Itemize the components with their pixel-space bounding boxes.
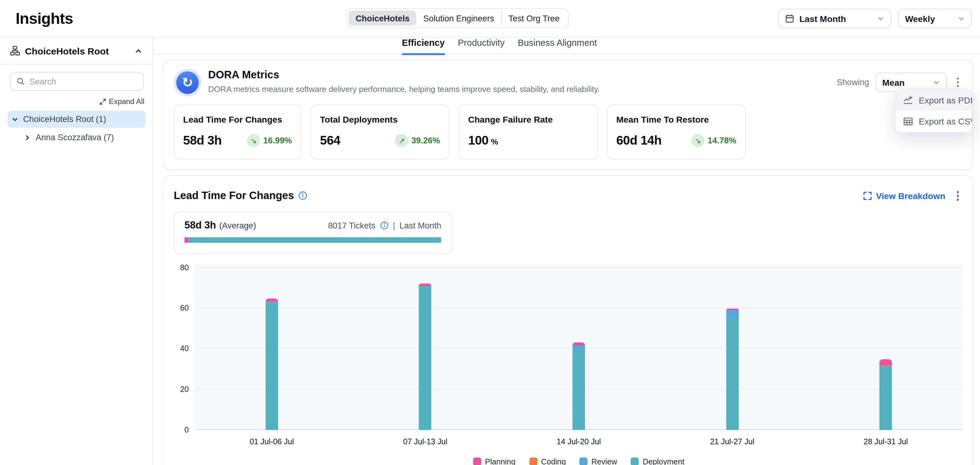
bar-segment-planning: [419, 283, 431, 286]
granularity-select[interactable]: Weekly: [898, 9, 972, 28]
search-icon: [16, 77, 25, 86]
tab-efficiency[interactable]: Efficiency: [402, 37, 445, 54]
bar-segment-review: [726, 310, 738, 317]
y-axis-tick: 20: [180, 385, 189, 393]
trend-delta: 14.78%: [708, 136, 737, 145]
summary-period: Last Month: [399, 221, 441, 230]
page-title: Insights: [16, 9, 73, 27]
phase-segment-deployment: [194, 237, 441, 243]
summary-meta: 8017 Tickets | Last Month: [328, 221, 441, 230]
bar-segment-review: [573, 346, 585, 349]
search-input[interactable]: [29, 77, 138, 86]
tab-row: EfficiencyProductivityBusiness Alignment: [153, 37, 980, 54]
phase-segment-review: [189, 237, 194, 243]
info-icon[interactable]: [380, 221, 388, 230]
lead-time-header: Lead Time For Changes: [174, 189, 963, 203]
legend-label: Coding: [541, 457, 566, 465]
stacked-bar[interactable]: [726, 308, 738, 430]
tab-business-alignment[interactable]: Business Alignment: [518, 37, 597, 54]
bar-segment-deployment: [266, 303, 278, 430]
chevron-down-icon: [958, 15, 965, 22]
summary-top-row: 58d 3h (Average) 8017 Tickets | Last Mon…: [184, 219, 441, 231]
metric-card-value: 58d 3h: [183, 133, 221, 148]
tree-node[interactable]: ChoiceHotels Root (1): [8, 111, 146, 128]
legend-item-deployment: Deployment: [631, 457, 684, 465]
dora-kebab-menu-button[interactable]: [953, 75, 963, 90]
chart-x-labels: 01 Jul-06 Jul07 Jul-13 Jul14 Jul-20 Jul2…: [195, 437, 963, 446]
y-axis-tick: 0: [184, 425, 189, 434]
lead-time-actions: View Breakdown: [864, 189, 963, 203]
legend-swatch: [473, 457, 481, 465]
stacked-bar[interactable]: [266, 299, 278, 430]
info-icon[interactable]: [298, 191, 308, 200]
stacked-bar[interactable]: [880, 359, 892, 430]
summary-tickets: 8017 Tickets: [328, 221, 375, 230]
sidebar-root-label: ChoiceHotels Root: [25, 45, 109, 56]
bar-segment-deployment: [880, 366, 892, 430]
period-select-value: Last Month: [799, 13, 846, 23]
view-breakdown-label: View Breakdown: [876, 191, 945, 201]
chevron-down-icon: [877, 15, 884, 22]
dora-header: ↻ DORA Metrics DORA metrics measure soft…: [174, 67, 963, 96]
gridline: [195, 307, 963, 308]
menu-item-export-as-pdf[interactable]: Export as PDF: [896, 89, 972, 111]
org-tab-solution-engineers[interactable]: Solution Engineers: [417, 11, 501, 26]
stacked-bar[interactable]: [573, 343, 585, 430]
x-axis-label: 14 Jul-20 Jul: [502, 437, 656, 446]
expand-all-button[interactable]: Expand All: [100, 97, 144, 105]
chart-plot-area: [195, 264, 963, 430]
segment-separator: [501, 11, 502, 25]
metric-value-row: 564↗39.26%: [320, 133, 440, 148]
table-icon: [903, 117, 913, 126]
app-root: Insights ChoiceHotelsSolution EngineersT…: [0, 0, 980, 465]
legend-label: Planning: [485, 457, 515, 465]
org-tree: ChoiceHotels Root (1)Anna Scozzafava (7): [0, 111, 153, 146]
org-tab-test-org-tree[interactable]: Test Org Tree: [502, 11, 567, 26]
org-tab-choicehotels[interactable]: ChoiceHotels: [349, 11, 417, 26]
org-segmented-control: ChoiceHotelsSolution EngineersTest Org T…: [346, 8, 569, 28]
tab-productivity[interactable]: Productivity: [458, 37, 505, 54]
lead-time-kebab-menu-button[interactable]: [953, 189, 963, 203]
body-row: ChoiceHotels Root Expan: [0, 37, 980, 465]
expand-all-label: Expand All: [109, 97, 144, 105]
trend-down-arrow-icon: ↘: [691, 134, 704, 147]
showing-select-value: Mean: [882, 77, 905, 87]
chevron-right-icon[interactable]: [24, 134, 31, 141]
period-select[interactable]: Last Month: [778, 9, 891, 28]
search-box[interactable]: [10, 72, 144, 91]
metric-card-value: 100: [468, 133, 488, 148]
bar-segment-planning: [880, 359, 892, 365]
tree-node[interactable]: Anna Scozzafava (7): [20, 129, 146, 146]
stacked-bar[interactable]: [419, 283, 431, 430]
trend-down-arrow-icon: ↘: [247, 134, 260, 147]
metric-card-unit: %: [491, 137, 498, 147]
calendar-icon: [785, 14, 794, 23]
metric-card-title: Change Failure Rate: [468, 115, 588, 125]
sidebar-collapse-button[interactable]: [134, 47, 143, 55]
legend-swatch: [529, 457, 537, 465]
y-axis-tick: 40: [180, 344, 189, 353]
bar-segment-deployment: [419, 286, 431, 430]
lead-time-title-row: Lead Time For Changes: [174, 190, 308, 202]
granularity-select-value: Weekly: [905, 13, 935, 23]
legend-item-review: Review: [580, 457, 617, 465]
meta-separator: |: [393, 221, 395, 230]
expand-all-row: Expand All: [0, 97, 144, 105]
metric-card: Change Failure Rate100%: [459, 105, 598, 160]
metric-card-title: Lead Time For Changes: [183, 115, 292, 125]
expand-diagonal-icon: [100, 98, 107, 105]
top-bar-right: Last Month Weekly: [778, 9, 972, 28]
x-axis-label: 01 Jul-06 Jul: [195, 437, 349, 446]
trend-delta: 39.26%: [412, 136, 440, 145]
chevron-down-icon[interactable]: [11, 115, 19, 123]
trend-badge: ↗39.26%: [395, 134, 440, 147]
metric-value-row: 100%: [468, 133, 588, 148]
view-breakdown-link[interactable]: View Breakdown: [864, 191, 945, 201]
metric-card-value: 564: [320, 133, 340, 148]
lead-time-card: Lead Time For Changes: [163, 175, 973, 465]
metric-card: Lead Time For Changes58d 3h↘16.99%: [174, 105, 301, 160]
bar-segment-deployment: [726, 317, 738, 430]
org-tree-icon: [10, 46, 20, 56]
menu-item-export-as-csv[interactable]: Export as CSV: [896, 111, 972, 132]
dora-metrics-card: ↻ DORA Metrics DORA metrics measure soft…: [163, 59, 973, 170]
